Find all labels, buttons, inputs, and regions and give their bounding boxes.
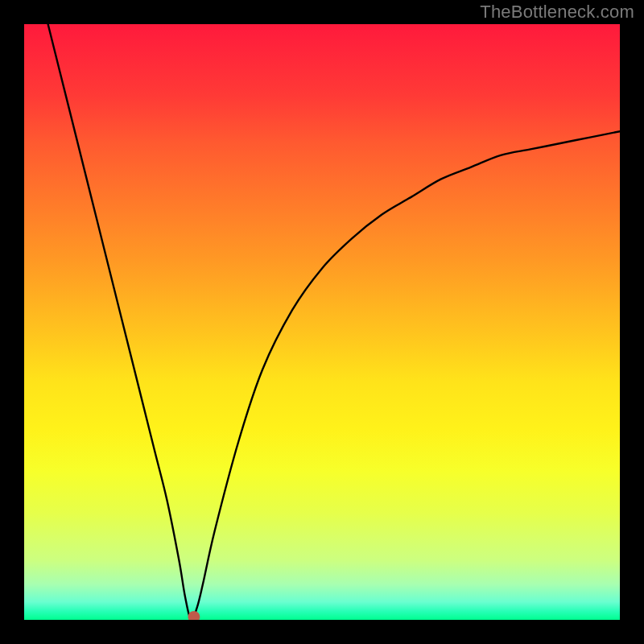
- chart-frame: TheBottleneck.com: [0, 0, 644, 644]
- curve-svg: [24, 24, 620, 620]
- watermark-text: TheBottleneck.com: [480, 2, 634, 23]
- plot-area: [24, 24, 620, 620]
- bottleneck-curve: [48, 24, 620, 620]
- minimum-marker: [188, 611, 200, 620]
